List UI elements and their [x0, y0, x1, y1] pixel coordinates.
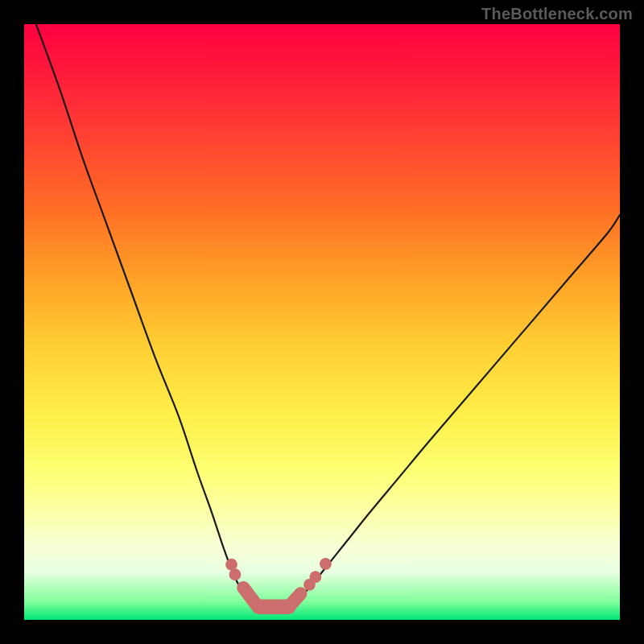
- marker-seg-4: [290, 593, 300, 605]
- curve-layer: [36, 24, 620, 609]
- bottleneck-curve: [36, 24, 620, 609]
- marker-dot-0: [225, 559, 237, 571]
- marker-layer: [225, 558, 332, 607]
- marker-dot-1: [229, 568, 242, 580]
- chart-svg: [24, 24, 620, 620]
- outer-frame: TheBottleneck.com: [0, 0, 644, 644]
- watermark-text: TheBottleneck.com: [481, 5, 633, 23]
- marker-dot-7: [320, 558, 332, 570]
- marker-dot-6: [309, 571, 321, 583]
